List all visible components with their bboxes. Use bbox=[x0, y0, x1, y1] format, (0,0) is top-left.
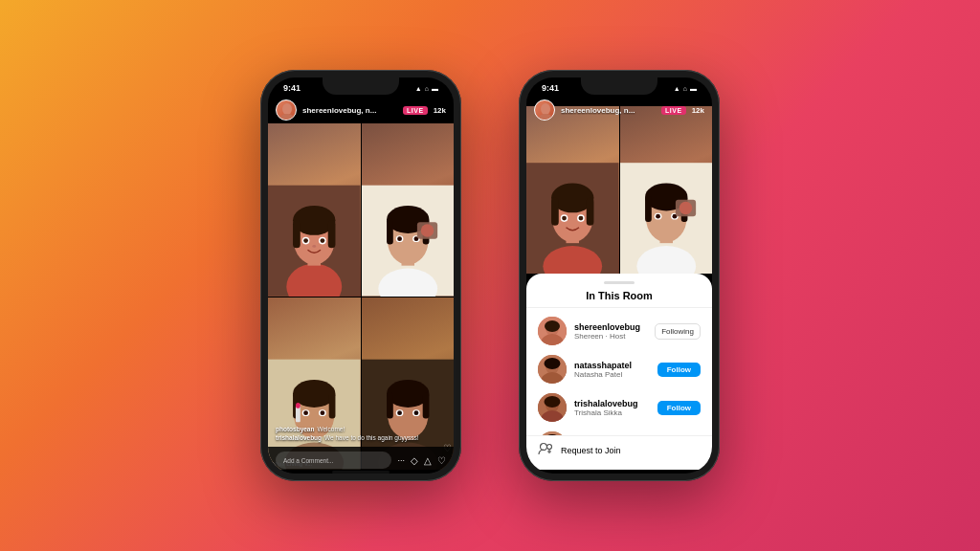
room-info-natasha: natasshapatel Natasha Patel bbox=[574, 361, 650, 379]
svg-point-36 bbox=[303, 410, 308, 415]
live-header-1: shereenlovebug, n... LIVE 12k bbox=[268, 97, 454, 123]
svg-point-0 bbox=[282, 103, 292, 115]
svg-rect-19 bbox=[387, 218, 393, 244]
svg-point-53 bbox=[541, 103, 550, 115]
viewers-count-2: 12k bbox=[692, 106, 704, 115]
natasha-username: natasshapatel bbox=[574, 361, 650, 370]
host-avatar-2 bbox=[534, 99, 555, 121]
shereen-username: shereenlovebug bbox=[574, 322, 647, 332]
status-icons-1: ▲ ⌂ ▬ bbox=[415, 85, 438, 92]
svg-point-50 bbox=[397, 410, 402, 415]
svg-point-26 bbox=[420, 224, 434, 237]
signal-icon-2: ▲ bbox=[674, 85, 680, 92]
comment-bar: Add a Comment... ··· ◇ △ ♡ bbox=[268, 447, 454, 474]
svg-point-11 bbox=[303, 238, 308, 243]
follow-button-trishala[interactable]: Follow bbox=[657, 401, 701, 415]
live-badge-2: LIVE bbox=[661, 106, 686, 115]
following-button-shereen[interactable]: Following bbox=[655, 323, 701, 340]
sheet-title: In This Room bbox=[526, 288, 712, 308]
sheet-handle bbox=[604, 281, 635, 284]
comment-user-1: photosbyean bbox=[276, 426, 314, 432]
viewers-count-1: 12k bbox=[434, 106, 446, 115]
room-avatar-natasha bbox=[538, 355, 567, 384]
comment-user-2: trishalalovebug bbox=[276, 434, 322, 441]
video-cell-2 bbox=[362, 123, 455, 297]
comment-input[interactable]: Add a Comment... bbox=[276, 452, 391, 469]
svg-rect-46 bbox=[387, 392, 393, 418]
svg-point-64 bbox=[562, 216, 567, 221]
home-indicator-2 bbox=[526, 470, 712, 474]
room-item-shereen: shereenlovebug Shereen · Host Following bbox=[526, 312, 712, 350]
bottom-sheet: In This Room she bbox=[526, 274, 712, 470]
comment-text-2: We have to do this again guyysss! bbox=[324, 434, 419, 441]
trishala-username: trishalalovebug bbox=[574, 399, 650, 408]
follow-button-natasha[interactable]: Follow bbox=[657, 363, 701, 377]
video-cell-1 bbox=[268, 123, 361, 297]
battery-icon-2: ▬ bbox=[690, 85, 697, 92]
room-list: shereenlovebug Shereen · Host Following bbox=[526, 308, 712, 435]
svg-point-12 bbox=[321, 238, 325, 243]
phone2-video-section bbox=[526, 106, 712, 274]
room-item-arti: artinayar ARTI NAYAR Follow bbox=[526, 427, 712, 435]
phone2-video-cell-2 bbox=[620, 106, 713, 274]
comments-overlay: photosbyean Welcome! trishalalovebug We … bbox=[268, 422, 454, 447]
svg-rect-47 bbox=[422, 392, 429, 418]
svg-rect-61 bbox=[587, 198, 594, 226]
notch-2 bbox=[581, 77, 657, 95]
wifi-icon: ⌂ bbox=[425, 85, 429, 92]
room-info-trishala: trishalalovebug Trishala Sikka bbox=[574, 399, 650, 417]
comment-text-1: Welcome! bbox=[317, 426, 345, 432]
svg-point-23 bbox=[397, 236, 402, 241]
host-avatar-1 bbox=[276, 99, 297, 121]
signal-icon: ▲ bbox=[415, 85, 422, 92]
svg-point-75 bbox=[656, 214, 660, 219]
svg-point-39 bbox=[296, 403, 301, 408]
svg-rect-33 bbox=[329, 392, 336, 418]
share-icon[interactable]: △ bbox=[424, 455, 432, 466]
comment-1: photosbyean Welcome! bbox=[276, 426, 446, 432]
time-1: 9:41 bbox=[283, 83, 301, 93]
room-avatar-shereen bbox=[538, 317, 567, 345]
room-avatar-trishala bbox=[538, 393, 567, 422]
live-badge-1: LIVE bbox=[403, 106, 428, 115]
room-item-trishala: trishalalovebug Trishala Sikka Follow bbox=[526, 388, 712, 427]
svg-point-82 bbox=[545, 320, 560, 332]
svg-rect-7 bbox=[293, 220, 301, 248]
comment-placeholder: Add a Comment... bbox=[283, 457, 333, 464]
live-header-2: shereenlovebug, n... LIVE 12k bbox=[526, 97, 712, 123]
direct-message-icon[interactable]: ◇ bbox=[411, 455, 418, 466]
svg-point-86 bbox=[545, 358, 561, 369]
svg-rect-71 bbox=[645, 196, 652, 222]
more-options-icon[interactable]: ··· bbox=[397, 455, 405, 465]
host-username-1: shereenlovebug, n... bbox=[302, 106, 397, 115]
status-icons-2: ▲ ⌂ ▬ bbox=[674, 85, 697, 92]
svg-point-96 bbox=[547, 445, 552, 450]
home-bar-2 bbox=[590, 471, 648, 474]
svg-point-90 bbox=[545, 396, 561, 408]
notch bbox=[323, 77, 399, 95]
video-grid-1: Miss Living V... ♡ bbox=[268, 123, 454, 470]
svg-rect-8 bbox=[328, 220, 336, 248]
svg-point-13 bbox=[312, 245, 316, 248]
phone-2: 9:41 ▲ ⌂ ▬ shereenlovebug, n... LIVE 12k bbox=[519, 70, 720, 481]
shereen-realname: Shereen · Host bbox=[574, 332, 647, 341]
trishala-realname: Trishala Sikka bbox=[574, 408, 650, 417]
request-join-section[interactable]: Request to Join bbox=[526, 435, 712, 464]
wifi-icon-2: ⌂ bbox=[683, 85, 687, 92]
time-2: 9:41 bbox=[542, 83, 559, 93]
svg-point-78 bbox=[679, 202, 692, 215]
room-item-natasha: natasshapatel Natasha Patel Follow bbox=[526, 350, 712, 388]
svg-point-65 bbox=[579, 216, 584, 221]
like-icon[interactable]: ♡ bbox=[437, 455, 446, 466]
svg-point-1 bbox=[278, 114, 296, 121]
battery-icon: ▬ bbox=[432, 85, 438, 92]
svg-point-51 bbox=[413, 410, 418, 415]
natasha-realname: Natasha Patel bbox=[574, 370, 650, 379]
comment-2: trishalalovebug We have to do this again… bbox=[276, 434, 446, 441]
svg-rect-60 bbox=[551, 198, 559, 226]
room-info-shereen: shereenlovebug Shereen · Host bbox=[574, 322, 647, 341]
phone-1: 9:41 ▲ ⌂ ▬ shereenlovebug, n... LIVE 12k bbox=[260, 70, 461, 481]
svg-point-37 bbox=[321, 410, 325, 415]
request-join-text: Request to Join bbox=[561, 446, 621, 455]
host-username-2: shereenlovebug, n... bbox=[561, 106, 656, 115]
